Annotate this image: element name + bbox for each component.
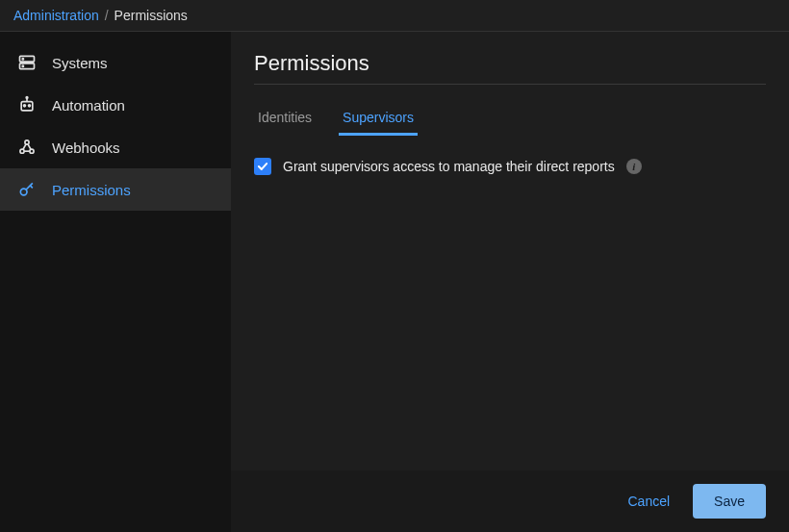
breadcrumb: Administration / Permissions	[0, 0, 789, 32]
svg-point-8	[29, 105, 31, 107]
info-icon[interactable]: i	[626, 159, 642, 174]
sidebar: Systems Automation	[0, 32, 231, 532]
grant-supervisors-checkbox[interactable]	[254, 158, 271, 175]
sidebar-item-label: Webhooks	[52, 139, 120, 156]
server-icon	[17, 53, 37, 72]
footer-actions: Cancel Save	[231, 470, 789, 532]
breadcrumb-current: Permissions	[115, 8, 188, 23]
page-title: Permissions	[254, 51, 766, 85]
sidebar-item-permissions[interactable]: Permissions	[0, 168, 231, 211]
sidebar-item-webhooks[interactable]: Webhooks	[0, 126, 231, 168]
svg-point-3	[22, 65, 23, 66]
breadcrumb-separator: /	[105, 8, 109, 23]
svg-point-12	[20, 189, 27, 195]
sidebar-item-label: Automation	[52, 97, 125, 114]
tab-identities[interactable]: Identities	[254, 102, 316, 136]
key-icon	[17, 180, 37, 199]
svg-point-2	[22, 59, 23, 60]
webhook-icon	[17, 138, 37, 157]
main-panel: Permissions Identities Supervisors Grant…	[231, 32, 789, 532]
sidebar-item-systems[interactable]: Systems	[0, 41, 231, 84]
sidebar-item-label: Systems	[52, 55, 108, 71]
tab-supervisors[interactable]: Supervisors	[339, 102, 418, 136]
svg-point-7	[24, 105, 26, 107]
save-button[interactable]: Save	[693, 484, 766, 519]
cancel-button[interactable]: Cancel	[627, 494, 670, 509]
breadcrumb-root-link[interactable]: Administration	[13, 8, 99, 23]
sidebar-item-automation[interactable]: Automation	[0, 84, 231, 126]
option-grant-supervisors: Grant supervisors access to manage their…	[254, 158, 766, 175]
robot-icon	[17, 95, 37, 114]
grant-supervisors-label: Grant supervisors access to manage their…	[283, 159, 615, 174]
sidebar-item-label: Permissions	[52, 182, 131, 198]
tabs: Identities Supervisors	[254, 102, 766, 137]
svg-point-6	[26, 97, 28, 99]
